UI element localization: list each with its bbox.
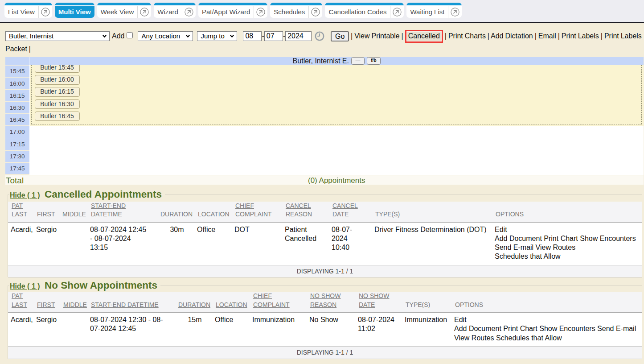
option-link-view-routes[interactable]: View Routes bbox=[454, 334, 494, 342]
tab-body: Pat/Appt Wizard bbox=[198, 6, 267, 18]
tab-label: Wizard bbox=[154, 8, 182, 16]
tab-icon-zone bbox=[137, 6, 151, 18]
time-cell-17-15: 17:15 bbox=[5, 138, 29, 149]
column-header-cancel-reason[interactable]: CANCELREASON bbox=[282, 202, 329, 223]
location-select[interactable]: Any Location bbox=[138, 31, 193, 41]
open-new-window-icon bbox=[450, 7, 460, 17]
column-header-first[interactable]: FIRST bbox=[33, 292, 60, 313]
appointment-row: Acardi,Sergio08-07-2024 12:45 - 08-07-20… bbox=[8, 222, 642, 265]
option-link-send-e-mail[interactable]: Send E-mail bbox=[495, 244, 533, 251]
column-header-pat-last[interactable]: PATLAST bbox=[8, 202, 33, 223]
tab-label: Cancellation Codes bbox=[325, 8, 390, 16]
open-new-window-icon bbox=[392, 7, 402, 17]
tab-label: Multi View bbox=[58, 8, 91, 16]
option-link-print-chart[interactable]: Print Chart bbox=[503, 325, 537, 332]
column-header-chief-complaint[interactable]: CHIEFCOMPLAINT bbox=[232, 202, 282, 223]
provider-header-link[interactable]: Butler, Internist E. bbox=[293, 57, 349, 65]
option-link-show-encounters[interactable]: Show Encounters bbox=[580, 235, 636, 242]
option-link-schedules-that-allow[interactable]: Schedules that Allow bbox=[496, 334, 562, 342]
tab-icon-zone bbox=[254, 6, 267, 18]
tab-waiting-list[interactable]: Waiting List bbox=[406, 3, 462, 18]
add-checkbox[interactable] bbox=[127, 32, 133, 38]
grid-row-line bbox=[29, 151, 644, 151]
tab-body: Cancellation Codes bbox=[325, 6, 404, 18]
option-link-add-document[interactable]: Add Document bbox=[495, 235, 542, 242]
cell-middle bbox=[60, 313, 87, 347]
column-header-options: OPTIONS bbox=[492, 202, 642, 223]
go-button[interactable]: Go bbox=[331, 31, 349, 41]
column-header-middle[interactable]: MIDDLE bbox=[60, 292, 87, 313]
clock-icon[interactable] bbox=[315, 31, 324, 41]
column-header-no-show-date[interactable]: NO SHOWDATE bbox=[355, 292, 402, 313]
option-link-print-chart[interactable]: Print Chart bbox=[544, 235, 578, 242]
column-header-start-end-datetime[interactable]: START-ENDDATETIME bbox=[87, 202, 157, 223]
option-link-edit[interactable]: Edit bbox=[495, 226, 507, 233]
add-label: Add bbox=[112, 32, 124, 40]
cell-duration: 30m bbox=[157, 222, 194, 265]
tab-label: Waiting List bbox=[406, 8, 448, 16]
cancelled-appointments-section: Hide ( 1 ) Cancelled Appointments PATLAS… bbox=[8, 194, 642, 277]
displaying-count: DISPLAYING 1-1 / 1 bbox=[8, 346, 642, 359]
column-header-first[interactable]: FIRST bbox=[33, 202, 59, 223]
total-value: (0) Appointments bbox=[30, 176, 644, 185]
cell-options: EditAdd Document Print Chart Show Encoun… bbox=[451, 313, 642, 347]
tab-list-view[interactable]: List View bbox=[4, 3, 52, 18]
slot-button-butler-16-15[interactable]: Butler 16:15 bbox=[35, 87, 80, 97]
cell-location: Office bbox=[194, 222, 232, 265]
column-header-pat-last[interactable]: PATLAST bbox=[8, 292, 33, 313]
column-header-no-show-reason[interactable]: NO SHOWREASON bbox=[307, 292, 355, 313]
column-header-location[interactable]: LOCATION bbox=[212, 292, 250, 313]
toolbar-link-view-printable[interactable]: View Printable bbox=[354, 32, 399, 40]
open-new-window-icon bbox=[256, 7, 266, 17]
tab-body: Schedules bbox=[270, 6, 322, 18]
column-header-options: OPTIONS bbox=[451, 292, 642, 313]
toolbar-link-print-charts[interactable]: Print Charts bbox=[448, 32, 486, 40]
option-link-edit[interactable]: Edit bbox=[454, 316, 467, 323]
column-header-duration[interactable]: DURATION bbox=[175, 292, 212, 313]
toolbar: Butler, InternistAddAny LocationJump to0… bbox=[0, 23, 644, 57]
open-new-window-icon bbox=[184, 7, 194, 17]
toolbar-link-cancelled[interactable]: Cancelled bbox=[408, 32, 440, 40]
provider-select[interactable]: Butler, Internist bbox=[5, 31, 110, 41]
fb-button[interactable]: f/b bbox=[367, 57, 381, 65]
noshow-section-legend: Hide ( 1 ) No Show Appointments bbox=[9, 280, 160, 291]
tab-icon-zone bbox=[38, 6, 52, 18]
column-header-middle[interactable]: MIDDLE bbox=[59, 202, 87, 223]
date-month-input[interactable]: 08 bbox=[243, 31, 262, 41]
appointment-row: Acardi,Sergio08-07-2024 12:30 - 08-07-20… bbox=[8, 313, 642, 347]
date-year-input[interactable]: 2024 bbox=[285, 31, 312, 41]
option-link-schedules-that-allow[interactable]: Schedules that Allow bbox=[495, 252, 561, 260]
column-header-chief-complaint[interactable]: CHIEFCOMPLAINT bbox=[250, 292, 307, 313]
open-schedule-border bbox=[31, 65, 642, 124]
slot-button-butler-16-45[interactable]: Butler 16:45 bbox=[35, 112, 80, 121]
option-link-view-routes[interactable]: View Routes bbox=[536, 244, 576, 251]
tab-cancellation-codes[interactable]: Cancellation Codes bbox=[325, 3, 404, 18]
noshow-hide-link[interactable]: Hide ( 1 ) bbox=[10, 282, 40, 290]
option-link-show-encounters[interactable]: Show Encounters bbox=[539, 325, 595, 332]
date-day-input[interactable]: 07 bbox=[264, 31, 283, 41]
option-link-add-document[interactable]: Add Document bbox=[454, 325, 501, 332]
toolbar-link-email[interactable]: Email bbox=[538, 32, 556, 40]
open-new-window-icon bbox=[139, 7, 149, 17]
column-header-start-end-datetime[interactable]: START-END DATETIME bbox=[87, 292, 175, 313]
column-header-duration[interactable]: DURATION bbox=[157, 202, 194, 223]
schedule-header-title-group: Butler, Internist E. — f/b bbox=[30, 57, 644, 65]
cancelled-hide-link[interactable]: Hide ( 1 ) bbox=[10, 191, 40, 199]
tab-multi-view[interactable]: Multi View bbox=[55, 3, 94, 18]
column-header-cancel-date[interactable]: CANCELDATE bbox=[329, 202, 372, 223]
tab-pat-appt-wizard[interactable]: Pat/Appt Wizard bbox=[198, 3, 267, 18]
slot-button-butler-16-00[interactable]: Butler 16:00 bbox=[35, 75, 80, 85]
slot-button-butler-15-45[interactable]: Butler 15:45 bbox=[35, 65, 80, 73]
cell-pat-last: Acardi, bbox=[8, 222, 33, 265]
tab-schedules[interactable]: Schedules bbox=[270, 3, 322, 18]
slot-button-butler-16-30[interactable]: Butler 16:30 bbox=[35, 99, 80, 109]
column-header-location[interactable]: LOCATION bbox=[194, 202, 232, 223]
option-link-send-e-mail[interactable]: Send E-mail bbox=[597, 325, 636, 332]
toolbar-link-add-dictation[interactable]: Add Dictation bbox=[491, 32, 533, 40]
minimize-column-button[interactable]: — bbox=[351, 57, 365, 65]
tab-week-view[interactable]: Week View bbox=[97, 3, 151, 18]
tab-wizard[interactable]: Wizard bbox=[154, 3, 196, 18]
toolbar-link-print-labels[interactable]: Print Labels bbox=[562, 32, 599, 40]
jump-to-select[interactable]: Jump to bbox=[197, 31, 237, 41]
time-cell-17-45: 17:45 bbox=[5, 163, 29, 174]
